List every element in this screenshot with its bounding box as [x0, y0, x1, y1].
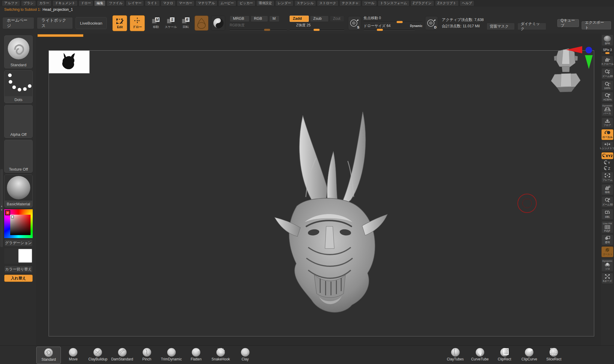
qcube-button[interactable]: Qキューブ — [557, 19, 579, 27]
brush-button[interactable]: SnakeHook — [208, 347, 233, 364]
color-picker[interactable] — [4, 209, 33, 238]
menu-item[interactable]: ストローク — [317, 0, 338, 6]
mrgb-button[interactable]: MRGB — [230, 16, 249, 22]
spix-slider[interactable] — [602, 52, 613, 54]
brush-button[interactable]: Clay — [233, 347, 258, 364]
spix-control[interactable]: SPix 3 — [601, 47, 613, 55]
move-tool[interactable]: M 移動 — [150, 17, 162, 29]
tray-resize-handle[interactable]: ▲ ▼ — [0, 169, 3, 247]
actual-size-button[interactable]: x1 100% — [601, 80, 613, 91]
m-button[interactable]: M — [269, 16, 279, 22]
homepage-button[interactable]: ホームページ — [2, 17, 34, 29]
local-button[interactable]: ローカル — [601, 129, 613, 140]
brush-button[interactable]: Move — [61, 347, 85, 364]
transparency-button[interactable]: 透明 — [601, 234, 613, 245]
polyframe-button[interactable]: Line Fill PolyF — [601, 221, 613, 233]
brush-button[interactable]: SliceRect — [541, 347, 566, 364]
scale-tool[interactable]: S スケール — [165, 17, 177, 29]
current-material-button[interactable] — [211, 16, 225, 31]
xpose-button[interactable]: Xポーズ — [601, 273, 613, 284]
menu-item[interactable]: マクロ — [161, 0, 176, 6]
menu-item[interactable]: トランスフォーム — [378, 0, 410, 6]
menu-item[interactable]: マーカー — [177, 0, 195, 6]
menu-item[interactable]: ライト — [145, 0, 160, 6]
solo-button[interactable]: Dynamic ソロ — [601, 258, 613, 272]
menu-item[interactable]: ピッカー — [237, 0, 255, 6]
xyz-rotation-button[interactable]: XYZ — [601, 152, 613, 159]
rotate-tool[interactable]: R 回転 — [180, 17, 192, 29]
scroll-button[interactable]: スクロール — [601, 56, 613, 67]
sculptris-pro-button[interactable] — [195, 16, 208, 31]
current-material-thumb[interactable]: BasicMaterial — [4, 175, 33, 207]
brush-button[interactable]: ClipRect — [492, 347, 517, 364]
z-rotation-button[interactable]: Z — [601, 166, 613, 171]
alpha-selector-button[interactable]: D — [425, 16, 438, 30]
half-size-button[interactable]: AC50% — [601, 92, 613, 102]
menu-item[interactable]: レンダー — [275, 0, 294, 6]
brush-button[interactable]: ClipCurve — [517, 347, 541, 364]
menu-item[interactable]: ツール — [362, 0, 377, 6]
brush-button[interactable]: ClayBuildup — [85, 347, 110, 364]
z-intensity-slider[interactable] — [290, 29, 344, 31]
rgb-intensity-slider[interactable] — [230, 29, 287, 31]
liveboolean-button[interactable]: LiveBoolean — [76, 17, 107, 29]
zoom3d-button[interactable]: ズーム3D — [601, 196, 613, 207]
stroke-selector-button[interactable]: S — [348, 16, 361, 30]
perspective-button[interactable]: Dynamic パース — [601, 103, 613, 116]
sv-square[interactable] — [10, 215, 31, 235]
export-button[interactable]: エクスポート — [582, 21, 611, 29]
bpr-button[interactable]: BPR — [601, 34, 613, 46]
menu-item[interactable]: ドキュメント — [52, 0, 78, 6]
dynamic-subdiv-button[interactable]: ダイナミック — [517, 23, 546, 30]
menu-item[interactable]: ステンシル — [294, 0, 316, 6]
menu-item[interactable]: 環境設定 — [256, 0, 274, 6]
camera-gizmo[interactable] — [546, 46, 601, 98]
move3d-button[interactable]: 移動 — [601, 184, 613, 195]
menu-item[interactable]: ブラシ — [21, 0, 36, 6]
menu-item[interactable]: ドロー — [79, 0, 94, 6]
backface-mask-button[interactable]: 背面マスク — [487, 23, 515, 30]
brush-button[interactable]: Pinch — [135, 347, 159, 364]
brush-button[interactable]: ClayTubes — [443, 347, 468, 364]
sculpt-model[interactable] — [252, 106, 408, 318]
brush-button[interactable]: TrimDynamic — [159, 347, 184, 364]
y-rotation-button[interactable]: Y — [601, 160, 613, 165]
brush-button[interactable]: Standard — [36, 347, 61, 364]
frame-button[interactable]: フレーム — [601, 172, 613, 183]
local-symmetry-button[interactable]: L.シンメトリ — [601, 141, 613, 151]
focal-shift-slider[interactable] — [364, 21, 422, 23]
menu-item[interactable]: カラー — [37, 0, 52, 6]
menu-item[interactable]: ムービー — [218, 0, 237, 6]
floor-button[interactable]: フロア — [601, 118, 613, 128]
menu-item[interactable]: アルファ — [2, 0, 20, 6]
menu-item[interactable]: マテリアル — [195, 0, 217, 6]
brush-button[interactable]: Flatten — [184, 347, 208, 364]
ghost-button[interactable]: ゴースト — [601, 246, 613, 257]
zadd-button[interactable]: Zadd — [290, 16, 309, 22]
menu-item[interactable]: テクスチャ — [339, 0, 361, 6]
current-alpha-thumb[interactable]: Alpha Off — [4, 105, 33, 138]
current-texture-thumb[interactable]: Texture Off — [4, 140, 33, 173]
brush-button[interactable]: DamStandard — [110, 347, 135, 364]
brush-button[interactable]: CurveTube — [468, 347, 492, 364]
edit-button[interactable]: Edit — [112, 15, 127, 31]
menu-item[interactable]: レイヤー — [126, 0, 144, 6]
main-color-swatch[interactable] — [18, 249, 32, 263]
color-swatches[interactable] — [4, 248, 33, 264]
switch-color-button[interactable]: カラー切り替え — [4, 266, 33, 273]
menu-item[interactable]: 編集 — [94, 0, 106, 6]
zsub-button[interactable]: Zsub — [310, 16, 329, 22]
rgb-button[interactable]: RGB — [251, 16, 268, 22]
draw-button[interactable]: ドロー — [130, 15, 145, 31]
menu-item[interactable]: ヘルプ — [460, 0, 475, 6]
swap-color-button[interactable]: 入れ替え — [4, 275, 33, 282]
lightbox-button[interactable]: ライトボックス — [37, 17, 73, 29]
gradient-button[interactable]: グラデーション — [4, 239, 33, 246]
zcut-button[interactable]: Zcut — [330, 16, 344, 22]
dynamic-mode-label[interactable]: Dynamic — [410, 24, 422, 28]
document-canvas[interactable] — [36, 34, 601, 345]
draw-size-slider[interactable] — [364, 29, 415, 31]
current-stroke-thumb[interactable]: Dots — [4, 70, 33, 103]
rotate3d-button[interactable]: 回転 — [601, 209, 613, 220]
menu-item[interactable]: Zスクリプト — [435, 0, 459, 6]
